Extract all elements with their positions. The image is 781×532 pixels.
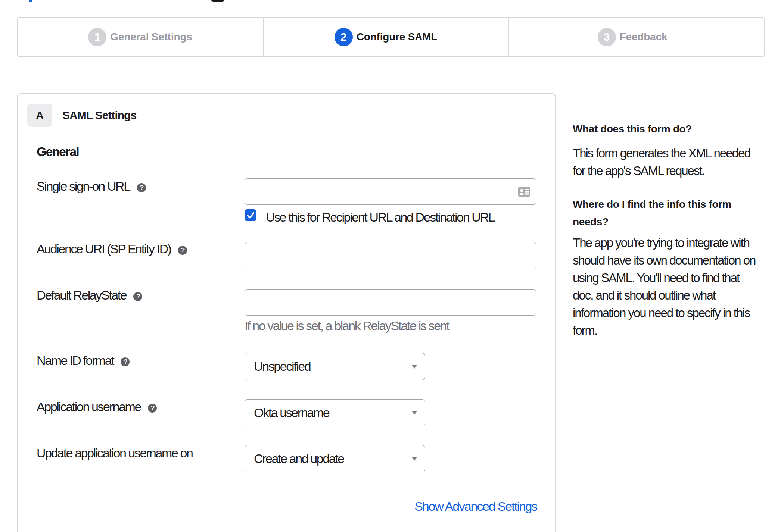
step-number-badge: 2 bbox=[335, 28, 353, 46]
label-text: Update application username on bbox=[37, 446, 193, 460]
field-label-default-relaystate: Default RelayState? bbox=[37, 288, 142, 303]
label-text: Single sign-on URL bbox=[37, 179, 130, 193]
help-icon[interactable]: ? bbox=[148, 404, 157, 413]
chevron-down-icon bbox=[412, 457, 417, 461]
step-label: General Settings bbox=[110, 31, 192, 43]
step-label: Feedback bbox=[620, 31, 668, 43]
help-heading-where: Where do I find the info this form needs… bbox=[573, 195, 731, 231]
saml-settings-panel: A SAML Settings General Single sign-on U… bbox=[17, 93, 556, 532]
select-value: Create and update bbox=[254, 451, 344, 466]
section-title: SAML Settings bbox=[62, 104, 136, 127]
wizard-stepper: 1 General Settings 2 Configure SAML 3 Fe… bbox=[17, 17, 765, 57]
single-sign-on-url-input[interactable] bbox=[245, 178, 536, 205]
chevron-down-icon bbox=[412, 365, 417, 369]
audience-uri-input[interactable] bbox=[245, 242, 536, 269]
application-username-select[interactable]: Okta username bbox=[245, 399, 425, 426]
label-text: Default RelayState bbox=[37, 288, 126, 302]
field-label-single-sign-on-url: Single sign-on URL? bbox=[37, 179, 146, 194]
update-application-username-select[interactable]: Create and update bbox=[245, 445, 425, 472]
help-icon[interactable]: ? bbox=[137, 183, 146, 192]
relaystate-helper-text: If no value is set, a blank RelayState i… bbox=[245, 319, 449, 333]
contact-card-icon bbox=[518, 187, 530, 197]
group-heading-general: General bbox=[37, 144, 79, 159]
step-number-badge: 3 bbox=[598, 28, 616, 46]
label-text: Name ID format bbox=[37, 353, 113, 367]
field-label-audience-uri: Audience URI (SP Entity ID)? bbox=[37, 242, 187, 256]
help-paragraph-what: This form generates the XML needed for t… bbox=[573, 144, 750, 179]
help-paragraph-where: The app you're trying to integrate with … bbox=[573, 234, 755, 339]
section-badge-a: A bbox=[27, 104, 52, 127]
cut-off-title-fragment-blue bbox=[29, 0, 32, 2]
step-feedback[interactable]: 3 Feedback bbox=[508, 18, 764, 56]
chevron-down-icon bbox=[412, 411, 417, 415]
field-label-application-username: Application username? bbox=[37, 400, 157, 414]
show-advanced-settings-link[interactable]: Show Advanced Settings bbox=[414, 499, 537, 514]
checkbox-label[interactable]: Use this for Recipient URL and Destinati… bbox=[266, 210, 494, 225]
help-icon[interactable]: ? bbox=[121, 357, 130, 366]
field-label-name-id-format: Name ID format? bbox=[37, 353, 130, 368]
step-general-settings[interactable]: 1 General Settings bbox=[18, 18, 263, 56]
step-label: Configure SAML bbox=[357, 31, 438, 43]
step-configure-saml[interactable]: 2 Configure SAML bbox=[263, 18, 508, 56]
help-icon[interactable]: ? bbox=[178, 246, 187, 255]
help-icon[interactable]: ? bbox=[133, 292, 142, 301]
select-value: Unspecified bbox=[254, 359, 310, 374]
help-heading-what: What does this form do? bbox=[573, 120, 692, 138]
label-text: Application username bbox=[37, 400, 141, 414]
checkmark-icon bbox=[246, 211, 255, 220]
default-relaystate-input[interactable] bbox=[245, 289, 536, 316]
name-id-format-select[interactable]: Unspecified bbox=[245, 353, 425, 380]
cut-off-title-fragment-dark bbox=[211, 0, 224, 2]
field-label-update-application-username: Update application username on bbox=[37, 446, 193, 460]
select-value: Okta username bbox=[254, 406, 329, 420]
recipient-url-checkbox[interactable] bbox=[245, 209, 256, 221]
label-text: Audience URI (SP Entity ID) bbox=[37, 242, 171, 256]
step-number-badge: 1 bbox=[88, 28, 106, 46]
